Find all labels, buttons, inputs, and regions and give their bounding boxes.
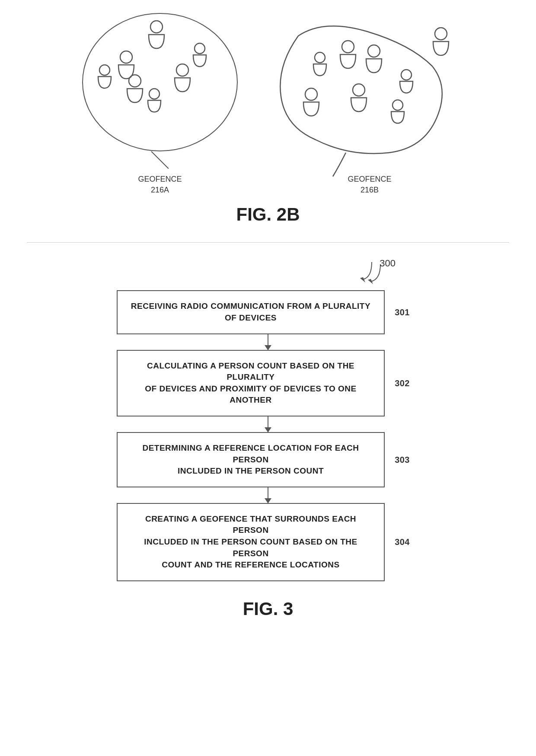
flow-box-303-text: DETERMINING A REFERENCE LOCATION FOR EAC… <box>142 443 359 475</box>
svg-point-3 <box>129 75 141 87</box>
flow-box-304-text: CREATING A GEOFENCE THAT SURROUNDS EACH … <box>144 514 357 569</box>
flow-step-302-container: CALCULATING A PERSON COUNT BASED ON THE … <box>117 350 419 416</box>
svg-point-4 <box>149 89 160 99</box>
flow-box-304: CREATING A GEOFENCE THAT SURROUNDS EACH … <box>117 503 385 581</box>
flow-step-303-container: DETERMINING A REFERENCE LOCATION FOR EAC… <box>117 432 419 487</box>
flow-label-304: 304 <box>395 536 410 548</box>
flow-box-301-text: RECEIVING RADIO COMMUNICATION FROM A PLU… <box>131 301 370 322</box>
geofence-a-persons <box>83 14 230 144</box>
flow-box-301: RECEIVING RADIO COMMUNICATION FROM A PLU… <box>117 290 385 334</box>
flow-box-302-text: CALCULATING A PERSON COUNT BASED ON THE … <box>145 361 356 405</box>
svg-point-2 <box>120 51 132 63</box>
svg-point-12 <box>305 88 317 100</box>
arrow-down-2 <box>268 416 268 432</box>
fig2b-title: FIG. 2B <box>236 204 300 225</box>
svg-point-5 <box>176 64 188 76</box>
svg-point-11 <box>401 70 412 80</box>
flow-box-302: CALCULATING A PERSON COUNT BASED ON THE … <box>117 350 385 416</box>
flow-step-301-container: RECEIVING RADIO COMMUNICATION FROM A PLU… <box>117 290 419 334</box>
svg-point-13 <box>353 84 365 96</box>
ref-300-number: 300 <box>380 258 396 269</box>
fig2b-section: GEOFENCE 216A <box>0 0 536 238</box>
svg-point-10 <box>368 45 380 57</box>
flowchart: RECEIVING RADIO COMMUNICATION FROM A PLU… <box>117 290 419 581</box>
flow-label-302: 302 <box>395 377 410 389</box>
svg-point-0 <box>150 21 163 33</box>
flow-box-303: DETERMINING A REFERENCE LOCATION FOR EAC… <box>117 432 385 487</box>
flow-label-301: 301 <box>395 306 410 318</box>
ref-300-arrow-svg <box>117 256 419 286</box>
arrow-down-1 <box>268 334 268 350</box>
geofences-container: GEOFENCE 216A <box>0 13 536 195</box>
svg-point-9 <box>342 41 354 53</box>
geofence-b-wrapper: GEOFENCE 216B <box>272 23 454 195</box>
section-divider <box>27 242 509 243</box>
flow-step-304-container: CREATING A GEOFENCE THAT SURROUNDS EACH … <box>117 503 419 581</box>
fig3-section: 300 RECEIVING RADIO COMMUNICATION FROM A… <box>0 247 536 619</box>
svg-point-6 <box>195 43 205 54</box>
geofence-a-label: GEOFENCE 216A <box>138 174 182 195</box>
page-container: GEOFENCE 216A <box>0 0 536 756</box>
fig3-title: FIG. 3 <box>243 599 294 619</box>
flow-label-303: 303 <box>395 454 410 466</box>
svg-point-7 <box>435 28 447 40</box>
geofence-b-shape-svg <box>272 23 454 179</box>
svg-marker-15 <box>360 277 365 282</box>
ref-300-container: 300 <box>117 256 419 286</box>
geofence-a-shape <box>82 13 238 151</box>
svg-point-8 <box>315 52 325 63</box>
svg-point-14 <box>392 100 403 110</box>
svg-point-1 <box>99 65 110 75</box>
geofence-a-tail <box>143 151 177 169</box>
arrow-down-3 <box>268 487 268 503</box>
geofence-a-wrapper: GEOFENCE 216A <box>82 13 238 195</box>
